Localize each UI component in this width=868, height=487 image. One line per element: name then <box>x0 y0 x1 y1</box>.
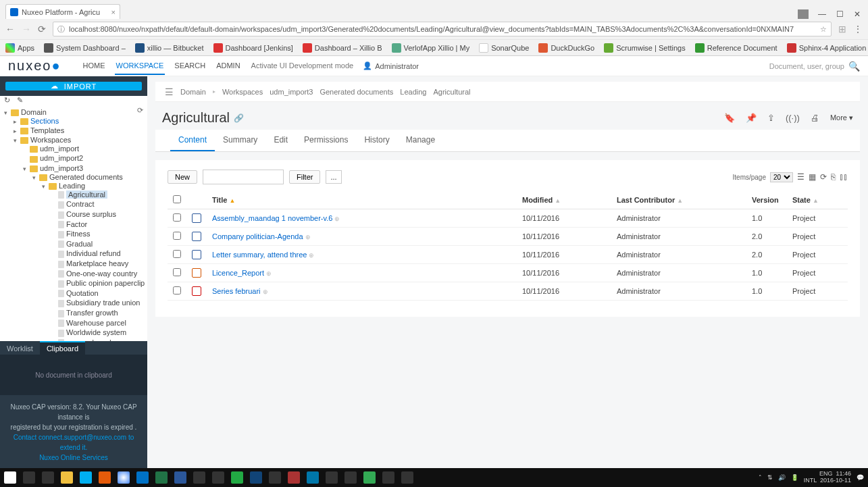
add-tag-icon[interactable]: ⊕ <box>334 215 340 222</box>
task-view-icon[interactable] <box>42 471 54 484</box>
tree-node[interactable]: ▸Templates <box>14 126 146 135</box>
table-row[interactable]: Series februari ⊕ 10/11/2016 Administrat… <box>168 282 848 301</box>
select-all-checkbox[interactable] <box>173 195 181 203</box>
reload-icon[interactable]: ⟳ <box>38 24 46 34</box>
tab-history[interactable]: History <box>356 130 397 151</box>
firefox-icon[interactable] <box>99 471 111 484</box>
tab-edit[interactable]: Edit <box>265 130 296 151</box>
user-badge-icon[interactable] <box>798 9 809 19</box>
breadcrumb-item[interactable]: Leading <box>400 88 426 96</box>
grid-view-icon[interactable]: ▦ <box>809 172 816 182</box>
col-modified[interactable]: Modified▲ <box>517 191 611 209</box>
export-icon[interactable]: ⎘ <box>831 172 836 182</box>
app-icon[interactable] <box>269 471 281 484</box>
share-icon[interactable]: ⇪ <box>767 113 775 123</box>
tree-node[interactable]: ▸Sections <box>14 116 146 126</box>
row-checkbox[interactable] <box>173 250 181 258</box>
tray-notifications-icon[interactable]: 💬 <box>857 474 864 481</box>
table-row[interactable]: Letter summary, attend three ⊕ 10/11/201… <box>168 246 848 264</box>
chrome-icon[interactable] <box>118 471 130 484</box>
tab-manage[interactable]: Manage <box>398 130 443 151</box>
tree-node[interactable]: Course surplus <box>51 209 146 220</box>
notice-contact-link[interactable]: Contact connect.support@nuxeo.com to ext… <box>8 432 139 453</box>
filter-input[interactable] <box>203 170 284 184</box>
bookmark-item[interactable]: Sphinx-4 Application <box>787 43 867 53</box>
bookmark-item[interactable]: xillio — Bitbucket <box>135 43 204 53</box>
excel-icon[interactable] <box>155 471 168 484</box>
menu-icon[interactable]: ⋮ <box>853 24 863 34</box>
bookmark-item[interactable]: DuckDuckGo <box>538 43 594 53</box>
tree-node[interactable]: Factor <box>51 220 146 230</box>
bookmark-item[interactable]: Dashboard – Xillio B <box>303 43 382 53</box>
columns-icon[interactable]: ⫿⫿ <box>840 172 848 182</box>
back-icon[interactable]: ← <box>5 24 15 34</box>
bookmark-item[interactable]: Reference Document <box>695 43 777 53</box>
col-title[interactable]: Title▲ <box>207 191 517 209</box>
nav-home[interactable]: HOME <box>82 57 107 75</box>
app-icon[interactable] <box>193 471 205 484</box>
tray-network-icon[interactable]: ⇅ <box>767 474 773 481</box>
col-version[interactable]: Version <box>746 191 787 209</box>
tree-node[interactable]: Transfer growth <box>51 308 146 318</box>
doc-title-link[interactable]: Licence_Report <box>212 269 264 277</box>
tree-node[interactable]: ▾Workspacesudm_importudm_import2▾udm_imp… <box>14 135 146 341</box>
tab-summary[interactable]: Summary <box>215 130 265 151</box>
notice-services-link[interactable]: Nuxeo Online Services <box>8 453 139 463</box>
row-checkbox[interactable] <box>173 268 181 276</box>
tree-node[interactable]: One-one-way country <box>51 269 146 279</box>
bookmark-item[interactable]: VerlofApp Xillio | My <box>392 43 470 53</box>
tree-refresh-icon[interactable]: ⟳ <box>137 106 143 115</box>
tree-node[interactable]: Individual refund <box>51 249 146 259</box>
breadcrumb-item[interactable]: udm_import3 <box>270 88 313 96</box>
add-tag-icon[interactable]: ⊕ <box>266 270 272 277</box>
tree-node[interactable]: answer bored <box>51 338 146 341</box>
tree-node[interactable]: udm_import <box>23 144 146 153</box>
filter-button[interactable]: Filter <box>289 170 320 184</box>
lock-icon[interactable]: 🔖 <box>724 113 735 123</box>
tree-node[interactable]: Subsidiary trade union <box>51 298 146 308</box>
browser-tab[interactable]: Nuxeo Platform - Agricu × <box>5 4 120 19</box>
tray-battery-icon[interactable]: 🔋 <box>791 474 798 481</box>
add-tag-icon[interactable]: ⊕ <box>309 252 314 259</box>
tree-node[interactable]: ▾Generated documents▾LeadingAgricultural… <box>32 172 146 341</box>
app-icon[interactable] <box>363 471 376 484</box>
tree-node[interactable]: Contract <box>51 199 146 209</box>
new-button[interactable]: New <box>168 170 197 184</box>
tree-node[interactable]: Marketplace heavy <box>51 259 146 269</box>
add-tag-icon[interactable]: ⊕ <box>305 234 311 240</box>
nav-admin[interactable]: ADMIN <box>215 57 241 75</box>
add-tag-icon[interactable]: ⊕ <box>263 288 268 295</box>
nav-dev-mode[interactable]: Activate UI Development mode <box>250 57 355 75</box>
tree-node[interactable]: ▾LeadingAgriculturalContractCourse surpl… <box>42 181 146 341</box>
tray-clock[interactable]: ENG 11:46 INTL 2016-10-11 <box>804 471 851 484</box>
tray-volume-icon[interactable]: 🔊 <box>778 474 786 481</box>
subscribe-icon[interactable]: ((·)) <box>786 113 800 123</box>
forward-icon[interactable]: → <box>22 24 31 34</box>
import-button[interactable]: ☁ IMPORT <box>5 82 142 91</box>
list-view-icon[interactable]: ☰ <box>797 172 805 182</box>
bookmark-item[interactable]: System Dashboard – <box>44 43 126 53</box>
nav-workspace[interactable]: WORKSPACE <box>115 57 165 75</box>
table-row[interactable]: Licence_Report ⊕ 10/11/2016 Administrato… <box>168 264 848 282</box>
table-row[interactable]: Company politician-Agenda ⊕ 10/11/2016 A… <box>168 228 848 246</box>
site-info-icon[interactable]: ⓘ <box>57 24 65 34</box>
minimize-icon[interactable]: — <box>818 10 826 18</box>
breadcrumb-item[interactable]: Domain <box>180 88 206 96</box>
nav-search[interactable]: SEARCH <box>173 57 207 75</box>
app-icon[interactable] <box>231 471 243 484</box>
bookmark-item[interactable]: SonarQube <box>479 43 529 53</box>
close-window-icon[interactable]: ✕ <box>853 10 861 18</box>
app-icon[interactable] <box>288 471 300 484</box>
doc-title-link[interactable]: Series februari <box>212 287 261 295</box>
apps-shortcut[interactable]: Apps <box>5 43 34 53</box>
tree-edit-icon[interactable]: ✎ <box>17 96 23 105</box>
word-icon[interactable] <box>174 471 186 484</box>
doc-title-link[interactable]: Assembly_maandag 1 november-v.6 <box>212 214 332 222</box>
bookmark-item[interactable]: Dashboard [Jenkins] <box>213 43 293 53</box>
tree-reload-icon[interactable]: ↻ <box>4 96 10 105</box>
skype-icon[interactable] <box>80 471 92 484</box>
app-icon[interactable] <box>307 471 319 484</box>
search-taskbar-icon[interactable] <box>23 471 35 484</box>
breadcrumb-menu-icon[interactable]: ☰ <box>165 86 174 97</box>
doc-title-link[interactable]: Company politician-Agenda <box>212 232 303 240</box>
